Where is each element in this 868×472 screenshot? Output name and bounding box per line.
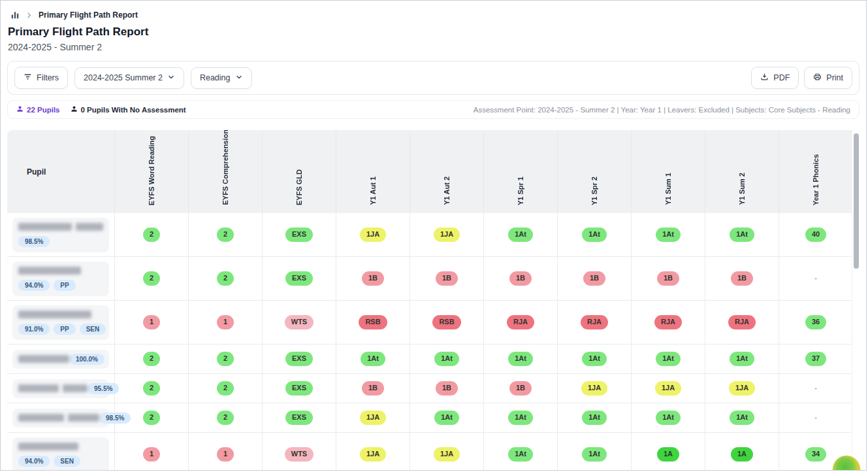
pdf-button[interactable]: PDF <box>751 67 799 89</box>
assessment-pill: 1At <box>508 228 533 241</box>
assessment-pill: 1At <box>434 352 459 365</box>
table-row: 91.0%PPSEN11WTSRSBRSBRJARJARJARJA36 <box>7 301 860 345</box>
assessment-period-dropdown[interactable]: 2024-2025 Summer 2 <box>74 67 184 89</box>
pupil-tag: SEN <box>54 456 80 467</box>
assessment-pill: WTS <box>285 447 313 461</box>
filters-button[interactable]: Filters <box>14 67 68 89</box>
assessment-cell: 1At <box>558 433 632 471</box>
assessment-cell: 1 <box>189 301 263 344</box>
pupil-cell: 98.5% <box>7 213 115 256</box>
assessment-period-value: 2024-2025 Summer 2 <box>84 73 163 82</box>
column-header: Y1 Sum 2 <box>705 130 779 213</box>
pupil-link[interactable]: 94.0%PP <box>12 261 109 296</box>
pupil-tags: 100.0% <box>69 354 104 365</box>
assessment-pill: 1At <box>434 411 459 424</box>
assessment-cell: 1At <box>558 345 632 373</box>
pupil-cell: 94.0%PP <box>7 257 115 300</box>
column-header-label: EYFS Comprehension <box>221 130 229 205</box>
assessment-pill: 1 <box>217 315 234 329</box>
assessment-cell: 1B <box>336 374 410 403</box>
pupil-tags: 94.0%SEN <box>18 456 103 467</box>
assessment-pill: 1B <box>657 271 679 285</box>
breadcrumb: Primary Flight Path Report <box>1 1 866 20</box>
assessment-pill: 2 <box>217 228 234 241</box>
assessment-cell: 1At <box>336 345 410 373</box>
assessment-pill: 1JA <box>729 381 755 395</box>
column-header: Y1 Spr 1 <box>484 130 558 213</box>
assessment-pill: 1JA <box>360 447 386 461</box>
assessment-pill: WTS <box>285 315 313 329</box>
assessment-pill: 1At <box>508 352 533 365</box>
pupil-link[interactable]: 98.5% <box>12 409 109 428</box>
pupil-link[interactable]: 100.0% <box>12 350 109 369</box>
flight-path-table: Pupil EYFS Word ReadingEYFS Comprehensio… <box>7 130 860 471</box>
assessment-pill: EXS <box>285 228 313 241</box>
pupil-name-blur-block <box>18 414 64 422</box>
pupil-link[interactable]: 98.5% <box>12 218 109 252</box>
assessment-cell: 1At <box>705 403 779 432</box>
assessment-pill: 1At <box>730 352 754 365</box>
assessment-cell: 1At <box>484 403 558 432</box>
pupil-cell: 100.0% <box>7 345 115 373</box>
assessment-cell: RJA <box>558 301 632 344</box>
person-icon <box>71 105 78 114</box>
table-row: 100.0%22EXS1At1At1At1At1At1At37 <box>7 345 860 374</box>
column-header-label: EYFS Word Reading <box>148 136 155 205</box>
assessment-cell: 1At <box>632 213 705 256</box>
assessment-cell: 1JA <box>410 213 484 256</box>
subject-dropdown[interactable]: Reading <box>191 67 252 89</box>
assessment-pill: 1A <box>731 447 753 461</box>
assessment-cell: EXS <box>263 257 336 300</box>
column-header-label: Y1 Spr 1 <box>517 177 524 205</box>
pupil-link[interactable]: 94.0%SEN <box>12 437 109 471</box>
print-button[interactable]: Print <box>804 67 852 89</box>
assessment-cell: 1JA <box>410 433 484 471</box>
export-buttons: PDF Print <box>751 67 852 89</box>
bar-chart-icon[interactable] <box>10 10 20 20</box>
scrollbar-thumb[interactable] <box>854 133 859 269</box>
assessment-pill: 1At <box>582 228 607 241</box>
assessment-cell: 2 <box>115 257 189 300</box>
vertical-scrollbar[interactable] <box>852 130 860 471</box>
assessment-cell: 2 <box>189 403 263 432</box>
pupil-tags: 94.0%PP <box>18 280 103 291</box>
column-header: EYFS GLD <box>263 130 336 213</box>
breadcrumb-current-page[interactable]: Primary Flight Path Report <box>39 10 138 20</box>
table-row: 94.0%PP22EXS1B1B1B1B1B1B- <box>7 257 860 301</box>
assessment-pill: RSB <box>359 315 387 329</box>
print-button-label: Print <box>826 73 843 82</box>
assessment-cell: RJA <box>632 301 705 344</box>
assessment-cell: 1B <box>558 257 632 300</box>
assessment-cell: 1JA <box>632 374 705 403</box>
subject-value: Reading <box>200 73 231 82</box>
assessment-cell: 1 <box>189 433 263 471</box>
column-header: EYFS Comprehension <box>189 130 263 213</box>
assessment-pill: 1At <box>582 352 607 365</box>
table-row: 98.5%22EXS1JA1JA1At1At1At1At40 <box>7 213 860 257</box>
pupil-name-blur-block <box>18 311 91 318</box>
table-row: 95.5%22EXS1B1B1B1JA1JA1JA- <box>7 374 860 403</box>
pupil-link[interactable]: 95.5% <box>12 379 109 398</box>
pupil-link[interactable]: 91.0%PPSEN <box>12 305 109 340</box>
assessment-cell: 1At <box>558 213 632 256</box>
assessment-pill: EXS <box>285 352 313 365</box>
pupil-name-blur-block <box>63 384 88 392</box>
pdf-button-label: PDF <box>773 73 790 82</box>
column-header-label: EYFS GLD <box>295 169 303 205</box>
assessment-cell: 37 <box>779 345 853 373</box>
summary-row: 22 Pupils 0 Pupils With No Assessment As… <box>7 100 860 119</box>
column-header-label: Year 1 Phonics <box>812 154 820 205</box>
pupil-tag: PP <box>54 280 75 291</box>
assessment-pill: 1B <box>362 381 384 395</box>
pupil-name-blur-block <box>18 384 59 392</box>
column-header: Y1 Sum 1 <box>632 130 705 213</box>
pupil-cell: 95.5% <box>7 374 115 403</box>
assessment-cell: 1JA <box>705 374 779 403</box>
assessment-pill: 1A <box>657 447 679 461</box>
assessment-cell: 1B <box>336 257 410 300</box>
assessment-pill: RJA <box>654 315 682 329</box>
assessment-cell: WTS <box>263 301 336 344</box>
assessment-cell: EXS <box>263 345 336 373</box>
assessment-pill: 1JA <box>655 381 681 395</box>
assessment-pill: 1JA <box>434 228 460 241</box>
